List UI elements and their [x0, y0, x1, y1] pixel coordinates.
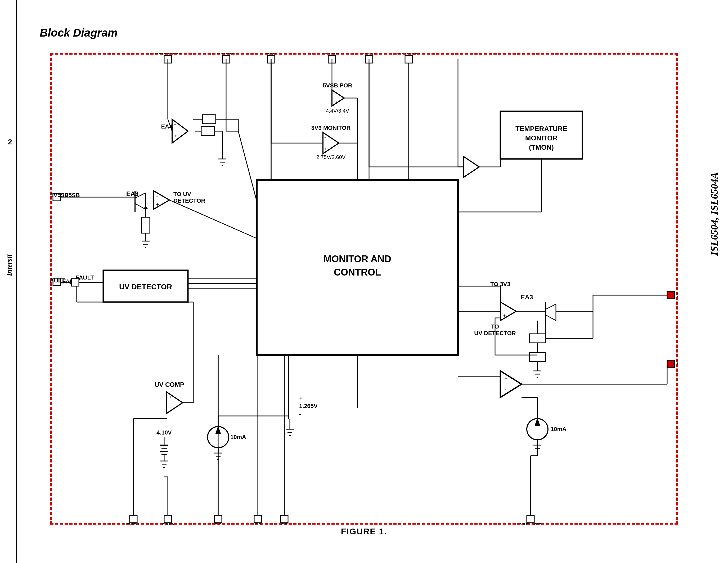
svg-text:3V3: 3V3	[266, 53, 276, 56]
page: 2 intersil Block Diagram ISL6504, ISL650…	[0, 0, 728, 563]
svg-rect-45	[203, 115, 216, 124]
svg-text:5VSB POR: 5VSB POR	[323, 82, 352, 89]
svg-text:3V3DLSB: 3V3DLSB	[155, 53, 181, 56]
svg-text:-: -	[503, 305, 505, 311]
chip-name: ISL6504, ISL6504A	[708, 172, 720, 256]
svg-text:5VSB: 5VSB	[324, 53, 339, 56]
svg-text:+: +	[156, 202, 159, 207]
svg-text:S3: S3	[254, 522, 262, 525]
svg-text:-: -	[504, 386, 506, 392]
block-diagram-title: Block Diagram	[40, 26, 118, 39]
svg-text:TEMPERATURE: TEMPERATURE	[515, 125, 567, 133]
svg-rect-32	[667, 360, 675, 368]
intersil-logo-text: intersil	[5, 254, 14, 276]
svg-rect-20	[254, 515, 262, 523]
svg-rect-22	[281, 515, 288, 523]
svg-point-191	[527, 419, 548, 440]
left-border	[16, 0, 17, 563]
svg-text:5VDL: 5VDL	[126, 522, 141, 525]
svg-text:4.4V/3.4V: 4.4V/3.4V	[326, 108, 349, 114]
svg-text:UV COMP: UV COMP	[155, 381, 184, 388]
svg-text:GND: GND	[161, 522, 174, 525]
svg-marker-185	[500, 371, 522, 398]
svg-text:+: +	[504, 375, 508, 382]
svg-text:-: -	[324, 135, 326, 140]
svg-rect-219	[71, 279, 79, 286]
svg-text:-: -	[335, 91, 336, 96]
svg-text:+: +	[169, 395, 172, 400]
figure-caption: FIGURE 1.	[341, 527, 387, 537]
svg-text:3V3DL: 3V3DL	[217, 53, 235, 56]
svg-text:+: +	[503, 313, 506, 319]
svg-text:1V2VID: 1V2VID	[676, 292, 678, 298]
svg-text:+: +	[324, 146, 327, 151]
svg-text:SS: SS	[214, 522, 222, 525]
svg-text:TO UV: TO UV	[173, 191, 191, 197]
svg-text:MONITOR: MONITOR	[525, 134, 558, 142]
svg-text:EA3: EA3	[126, 190, 139, 197]
svg-text:-: -	[299, 411, 301, 417]
svg-text:1V5SB: 1V5SB	[61, 192, 80, 198]
svg-rect-12	[405, 56, 412, 63]
svg-rect-16	[164, 515, 172, 523]
svg-text:VID_CT: VID_CT	[520, 522, 541, 525]
svg-text:-: -	[169, 404, 170, 410]
svg-text:S5: S5	[281, 522, 288, 525]
svg-text:5VDLSB: 5VDLSB	[397, 53, 420, 56]
svg-text:-: -	[156, 194, 158, 199]
svg-text:4.10V: 4.10V	[156, 429, 172, 436]
svg-text:DLA: DLA	[363, 53, 375, 56]
svg-rect-169	[529, 352, 545, 361]
svg-rect-101	[141, 217, 150, 233]
svg-text:+: +	[174, 133, 177, 139]
svg-rect-30	[667, 292, 675, 299]
svg-text:MONITOR AND: MONITOR AND	[323, 253, 391, 264]
svg-text:+: +	[335, 100, 338, 105]
svg-marker-93	[143, 206, 148, 209]
svg-text:VID_PG: VID_PG	[676, 360, 678, 367]
svg-text:3V3 MONITOR: 3V3 MONITOR	[311, 124, 351, 131]
block-diagram-svg: 3V3DLSB 3V3DL 3V3 5VSB DLA 5VDLSB 5VDL G…	[50, 53, 678, 525]
svg-rect-42	[201, 127, 214, 136]
svg-rect-166	[529, 334, 545, 343]
svg-text:2.75V/2.60V: 2.75V/2.60V	[316, 154, 346, 160]
svg-rect-14	[130, 515, 137, 523]
svg-text:10mA: 10mA	[551, 426, 567, 432]
svg-text:+: +	[299, 395, 303, 401]
svg-line-214	[169, 200, 257, 238]
svg-text:DETECTOR: DETECTOR	[173, 197, 205, 204]
svg-text:EA3: EA3	[521, 294, 533, 301]
svg-line-159	[545, 315, 556, 321]
svg-rect-18	[214, 515, 222, 523]
svg-line-158	[545, 304, 556, 310]
svg-text:FAULT: FAULT	[50, 277, 65, 284]
svg-text:10mA: 10mA	[230, 434, 246, 440]
page-number: 2	[8, 138, 12, 146]
svg-line-56	[238, 131, 257, 201]
svg-text:(TMON): (TMON)	[529, 143, 554, 151]
svg-text:UV DETECTOR: UV DETECTOR	[119, 283, 172, 291]
svg-marker-58	[332, 90, 344, 106]
intersil-logo: intersil	[4, 238, 15, 292]
svg-rect-24	[527, 515, 534, 523]
svg-marker-79	[463, 156, 479, 177]
svg-marker-94	[154, 191, 169, 209]
svg-text:CONTROL: CONTROL	[334, 267, 381, 277]
svg-text:-: -	[174, 121, 176, 127]
svg-marker-161	[500, 302, 516, 321]
svg-text:1.265V: 1.265V	[299, 403, 318, 409]
